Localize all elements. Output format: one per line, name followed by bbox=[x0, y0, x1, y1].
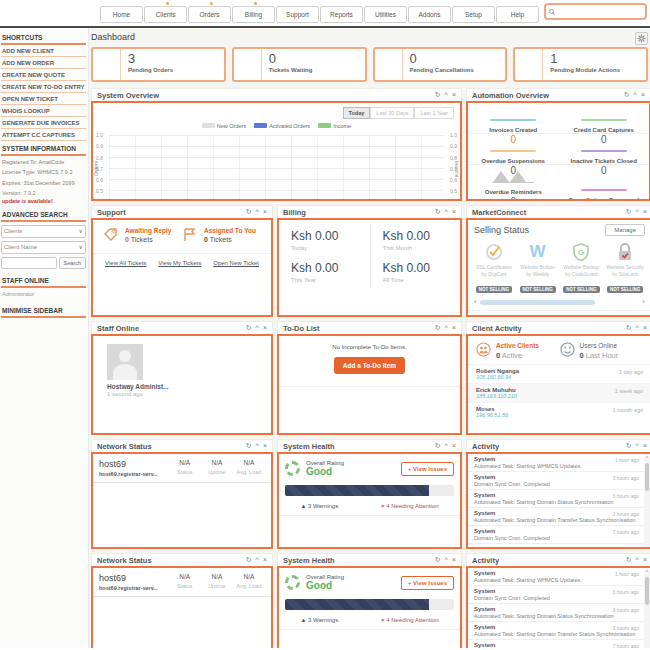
scroll-right-icon[interactable]: › bbox=[642, 299, 645, 305]
refresh-icon[interactable]: ↻ bbox=[624, 91, 630, 99]
close-icon[interactable]: × bbox=[263, 324, 267, 332]
search-input[interactable] bbox=[557, 8, 637, 15]
stat-pending-cancellations[interactable]: 0Pending Cancellations bbox=[373, 47, 508, 82]
sidebar-item-add-new-order[interactable]: ADD NEW ORDER bbox=[1, 57, 86, 69]
activity-scrollbar[interactable]: ^ bbox=[644, 569, 650, 648]
tab-addons[interactable]: Addons bbox=[408, 6, 451, 23]
tab-home[interactable]: Home bbox=[100, 6, 143, 23]
collapse-icon[interactable]: ^ bbox=[445, 208, 448, 216]
server-row[interactable]: host69host69.registrar-serv... N/AStatus… bbox=[93, 568, 271, 597]
needing-attention-count[interactable]: 4 Needing Attention bbox=[386, 617, 438, 623]
advanced-search-input[interactable] bbox=[1, 257, 57, 269]
product-website-security[interactable]: Website Securityby SiteLock NOT SELLING bbox=[603, 241, 647, 295]
range-button-30-days[interactable]: Last 30 Days bbox=[370, 107, 414, 119]
open-new-ticket-link[interactable]: Open New Ticket bbox=[213, 260, 259, 266]
tab-orders[interactable]: Orders bbox=[188, 6, 231, 23]
view-issues-button[interactable]: + View Issues bbox=[401, 462, 454, 476]
minimise-sidebar-button[interactable]: MINIMISE SIDEBAR bbox=[1, 303, 86, 318]
tab-clients[interactable]: Clients bbox=[144, 6, 187, 23]
collapse-icon[interactable]: ^ bbox=[636, 442, 639, 450]
sidebar-item-attempt-cc-captures[interactable]: ATTEMPT CC CAPTURES bbox=[1, 129, 86, 141]
collapse-icon[interactable]: ^ bbox=[256, 442, 259, 450]
refresh-icon[interactable]: ↻ bbox=[626, 208, 632, 216]
close-icon[interactable]: × bbox=[643, 442, 647, 450]
close-icon[interactable]: × bbox=[452, 208, 456, 216]
refresh-icon[interactable]: ↻ bbox=[435, 556, 441, 564]
stat-tickets-waiting[interactable]: 0Tickets Waiting bbox=[232, 47, 367, 82]
collapse-icon[interactable]: ^ bbox=[445, 324, 448, 332]
system-info-registered-to: Registered To: AmalCode bbox=[1, 156, 86, 166]
product-scrollbar[interactable] bbox=[480, 300, 640, 305]
close-icon[interactable]: × bbox=[263, 208, 267, 216]
collapse-icon[interactable]: ^ bbox=[445, 442, 448, 450]
range-button-1-year[interactable]: Last 1 Year bbox=[414, 107, 454, 119]
advanced-search-button[interactable]: Search bbox=[59, 257, 86, 269]
users-icon bbox=[476, 342, 491, 357]
close-icon[interactable]: × bbox=[263, 556, 267, 564]
update-available-notice[interactable]: update is available! bbox=[1, 197, 86, 207]
scroll-left-icon[interactable]: ‹ bbox=[474, 299, 477, 305]
collapse-icon[interactable]: ^ bbox=[636, 208, 639, 216]
close-icon[interactable]: × bbox=[643, 208, 647, 216]
stat-pending-module-actions[interactable]: 1Pending Module Actions bbox=[513, 47, 648, 82]
product-ssl-certificates[interactable]: SSL Certificatesby DigiCert NOT SELLING bbox=[472, 241, 516, 295]
global-search-box[interactable] bbox=[544, 3, 647, 20]
stat-pending-orders[interactable]: 3Pending Orders bbox=[91, 47, 226, 82]
view-my-tickets-link[interactable]: View My Tickets bbox=[158, 260, 201, 266]
close-icon[interactable]: × bbox=[452, 556, 456, 564]
refresh-icon[interactable]: ↻ bbox=[246, 556, 252, 564]
collapse-icon[interactable]: ^ bbox=[445, 91, 448, 99]
close-icon[interactable]: × bbox=[263, 442, 267, 450]
dashboard-settings-button[interactable] bbox=[635, 32, 648, 45]
needing-attention-count[interactable]: 4 Needing Attention bbox=[386, 503, 438, 509]
manage-button[interactable]: Manage bbox=[605, 224, 645, 236]
refresh-icon[interactable]: ↻ bbox=[435, 442, 441, 450]
refresh-icon[interactable]: ↻ bbox=[435, 324, 441, 332]
activity-scrollbar[interactable]: ^ bbox=[644, 455, 650, 546]
sidebar-item-open-new-ticket[interactable]: OPEN NEW TICKET bbox=[1, 93, 86, 105]
sidebar-item-create-new-todo[interactable]: CREATE NEW TO-DO ENTRY bbox=[1, 81, 86, 93]
add-todo-button[interactable]: Add a To-Do Item bbox=[334, 357, 405, 374]
tab-support[interactable]: Support bbox=[276, 6, 319, 23]
refresh-icon[interactable]: ↻ bbox=[246, 208, 252, 216]
refresh-icon[interactable]: ↻ bbox=[246, 324, 252, 332]
close-icon[interactable]: × bbox=[643, 324, 647, 332]
collapse-icon[interactable]: ^ bbox=[445, 556, 448, 564]
range-button-today[interactable]: Today bbox=[343, 107, 371, 119]
close-icon[interactable]: × bbox=[452, 442, 456, 450]
tab-help[interactable]: Help bbox=[496, 6, 539, 23]
refresh-icon[interactable]: ↻ bbox=[435, 91, 441, 99]
tab-billing[interactable]: Billing bbox=[232, 6, 275, 23]
server-row[interactable]: host69host69.registrar-serv... N/AStatus… bbox=[93, 454, 271, 483]
warnings-count[interactable]: 3 Warnings bbox=[308, 617, 338, 623]
close-icon[interactable]: × bbox=[452, 91, 456, 99]
refresh-icon[interactable]: ↻ bbox=[435, 208, 441, 216]
warnings-count[interactable]: 3 Warnings bbox=[308, 503, 338, 509]
collapse-icon[interactable]: ^ bbox=[636, 324, 639, 332]
tab-setup[interactable]: Setup bbox=[452, 6, 495, 23]
tab-reports[interactable]: Reports bbox=[320, 6, 363, 23]
search-field-select[interactable]: Client Name∨ bbox=[1, 241, 86, 254]
collapse-icon[interactable]: ^ bbox=[256, 208, 259, 216]
close-icon[interactable]: × bbox=[643, 556, 647, 564]
view-all-tickets-link[interactable]: View All Tickets bbox=[105, 260, 146, 266]
close-icon[interactable]: × bbox=[641, 91, 645, 99]
product-website-backup[interactable]: G Website Backupby CodeGuard NOT SELLING bbox=[560, 241, 604, 295]
collapse-icon[interactable]: ^ bbox=[256, 556, 259, 564]
view-issues-button[interactable]: + View Issues bbox=[401, 576, 454, 590]
collapse-icon[interactable]: ^ bbox=[636, 556, 639, 564]
sidebar-item-create-new-quote[interactable]: CREATE NEW QUOTE bbox=[1, 69, 86, 81]
sidebar-item-whois-lookup[interactable]: WHOIS LOOKUP bbox=[1, 105, 86, 117]
product-website-builder[interactable]: W Website Builderby Weebly NOT SELLING bbox=[516, 241, 560, 295]
search-type-select[interactable]: Clients∨ bbox=[1, 225, 86, 238]
collapse-icon[interactable]: ^ bbox=[634, 91, 637, 99]
refresh-icon[interactable]: ↻ bbox=[626, 556, 632, 564]
refresh-icon[interactable]: ↻ bbox=[626, 324, 632, 332]
collapse-icon[interactable]: ^ bbox=[256, 324, 259, 332]
sidebar-item-add-new-client[interactable]: ADD NEW CLIENT bbox=[1, 45, 86, 57]
close-icon[interactable]: × bbox=[452, 324, 456, 332]
refresh-icon[interactable]: ↻ bbox=[246, 442, 252, 450]
sidebar-item-generate-due-invoices[interactable]: GENERATE DUE INVOICES bbox=[1, 117, 86, 129]
tab-utilities[interactable]: Utilities bbox=[364, 6, 407, 23]
refresh-icon[interactable]: ↻ bbox=[626, 442, 632, 450]
